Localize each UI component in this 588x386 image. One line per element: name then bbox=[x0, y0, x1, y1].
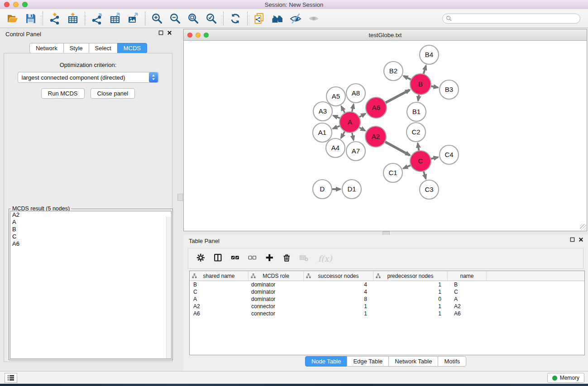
zoom-in-button[interactable] bbox=[148, 11, 166, 26]
graph-node-A1[interactable]: A1 bbox=[313, 123, 332, 142]
graph-node-B4[interactable]: B4 bbox=[420, 45, 439, 64]
column-header-predecessor-nodes[interactable]: predecessor nodes bbox=[373, 271, 448, 281]
cell-MCDS-role[interactable]: connector bbox=[249, 310, 304, 317]
cell-successor-nodes[interactable]: 8 bbox=[304, 296, 373, 302]
cell-predecessor-nodes[interactable]: 1 bbox=[373, 281, 448, 288]
vertical-split-divider[interactable] bbox=[177, 28, 183, 371]
cell-MCDS-role[interactable]: dominator bbox=[249, 289, 304, 295]
float-panel-icon[interactable] bbox=[158, 30, 163, 35]
export-table-button[interactable] bbox=[106, 11, 124, 26]
refresh-button[interactable] bbox=[226, 11, 244, 26]
table-settings-button[interactable] bbox=[196, 253, 207, 264]
graph-node-C3[interactable]: C3 bbox=[420, 180, 439, 199]
zoom-out-button[interactable] bbox=[166, 11, 184, 26]
graph-node-C[interactable]: C bbox=[410, 151, 431, 172]
save-session-button[interactable] bbox=[22, 11, 40, 26]
window-resize-grip[interactable] bbox=[580, 224, 586, 230]
graph-node-A3[interactable]: A3 bbox=[313, 102, 332, 121]
function-builder-button[interactable]: f(x) bbox=[316, 253, 334, 264]
home-button[interactable] bbox=[268, 11, 287, 26]
float-table-panel-icon[interactable] bbox=[570, 237, 575, 242]
column-header-shared-name[interactable]: shared name bbox=[190, 271, 249, 281]
graph-node-A7[interactable]: A7 bbox=[346, 142, 365, 161]
cell-predecessor-nodes[interactable]: 1 bbox=[373, 289, 448, 295]
graph-node-B1[interactable]: B1 bbox=[407, 102, 426, 121]
cell-name[interactable]: A6 bbox=[448, 310, 487, 317]
run-mcds-button[interactable]: Run MCDS bbox=[41, 88, 85, 99]
add-column-button[interactable] bbox=[264, 253, 276, 264]
delete-table-button[interactable] bbox=[299, 253, 311, 264]
table-row[interactable]: A2connector11A2 bbox=[190, 303, 584, 310]
cell-successor-nodes[interactable]: 4 bbox=[304, 289, 373, 295]
graph-node-D[interactable]: D bbox=[313, 180, 332, 199]
import-network-button[interactable] bbox=[46, 11, 64, 26]
copy-network-button[interactable] bbox=[250, 11, 268, 26]
select-all-rows-button[interactable] bbox=[230, 253, 242, 264]
column-header-name[interactable]: name bbox=[448, 271, 487, 281]
tab-motifs[interactable]: Motifs bbox=[438, 356, 466, 367]
cell-predecessor-nodes[interactable]: 1 bbox=[373, 310, 448, 317]
tab-network-table[interactable]: Network Table bbox=[388, 356, 438, 367]
tab-select[interactable]: Select bbox=[89, 43, 118, 53]
network-canvas[interactable]: B4B2BB3A8A5A6A3B1AA1C2A2A4A7C4CC1C3DD1 bbox=[184, 41, 586, 230]
tab-edge-table[interactable]: Edge Table bbox=[347, 356, 389, 367]
search-input[interactable] bbox=[454, 15, 580, 22]
cell-predecessor-nodes[interactable]: 1 bbox=[373, 303, 448, 310]
search-box[interactable] bbox=[442, 14, 580, 24]
graph-node-C2[interactable]: C2 bbox=[406, 123, 425, 142]
mcds-result-item[interactable]: C bbox=[10, 233, 171, 240]
close-panel-button[interactable]: Close panel bbox=[91, 88, 135, 99]
column-selector-button[interactable] bbox=[213, 253, 225, 264]
cell-shared-name[interactable]: A6 bbox=[190, 310, 249, 317]
table-row[interactable]: Adominator80A bbox=[190, 295, 584, 303]
cell-predecessor-nodes[interactable]: 0 bbox=[373, 296, 448, 302]
network-window-titlebar[interactable]: testGlobe.txt bbox=[184, 29, 587, 41]
delete-column-button[interactable] bbox=[282, 253, 293, 264]
cell-successor-nodes[interactable]: 1 bbox=[304, 310, 373, 317]
column-header-successor-nodes[interactable]: successor nodes bbox=[304, 271, 373, 281]
graph-node-A2[interactable]: A2 bbox=[365, 126, 386, 147]
tab-node-table[interactable]: Node Table bbox=[305, 356, 348, 367]
cell-shared-name[interactable]: A bbox=[190, 296, 249, 302]
export-network-button[interactable] bbox=[88, 11, 106, 26]
close-table-panel-icon[interactable] bbox=[578, 237, 583, 242]
deselect-all-rows-button[interactable] bbox=[247, 253, 259, 264]
cell-shared-name[interactable]: A2 bbox=[190, 303, 249, 310]
graph-node-D1[interactable]: D1 bbox=[342, 180, 361, 199]
import-table-button[interactable] bbox=[64, 11, 82, 26]
close-panel-icon[interactable] bbox=[167, 30, 172, 35]
graph-node-A[interactable]: A bbox=[339, 112, 360, 133]
graph-node-B3[interactable]: B3 bbox=[440, 80, 459, 99]
tab-mcds[interactable]: MCDS bbox=[117, 43, 147, 53]
result-list-scrollbar[interactable] bbox=[166, 217, 171, 358]
cell-name[interactable]: A2 bbox=[448, 303, 487, 310]
cell-MCDS-role[interactable]: connector bbox=[249, 303, 304, 310]
mcds-result-item[interactable]: A bbox=[10, 219, 171, 226]
graph-node-A8[interactable]: A8 bbox=[346, 84, 365, 103]
column-header-MCDS-role[interactable]: MCDS role bbox=[249, 271, 304, 281]
graph-node-B[interactable]: B bbox=[410, 74, 431, 95]
cell-name[interactable]: B bbox=[448, 281, 487, 288]
graph-node-C1[interactable]: C1 bbox=[383, 163, 402, 182]
cell-successor-nodes[interactable]: 4 bbox=[304, 281, 373, 288]
hide-graphics-details-button[interactable] bbox=[287, 11, 305, 26]
graph-node-A5[interactable]: A5 bbox=[326, 87, 345, 106]
cell-MCDS-role[interactable]: dominator bbox=[249, 281, 304, 288]
horizontal-split-divider[interactable] bbox=[183, 231, 588, 235]
zoom-selected-button[interactable] bbox=[202, 11, 220, 26]
tab-network[interactable]: Network bbox=[29, 43, 64, 53]
table-row[interactable]: A6connector11A6 bbox=[190, 310, 584, 317]
cell-name[interactable]: A bbox=[448, 296, 487, 302]
show-graphics-details-button[interactable] bbox=[305, 11, 323, 26]
cell-successor-nodes[interactable]: 1 bbox=[304, 303, 373, 310]
cell-name[interactable]: C bbox=[448, 289, 487, 295]
mcds-result-item[interactable]: A6 bbox=[10, 240, 171, 248]
graph-node-A6[interactable]: A6 bbox=[366, 97, 387, 118]
mcds-result-item[interactable]: A2 bbox=[10, 211, 171, 219]
cell-shared-name[interactable]: C bbox=[190, 289, 249, 295]
open-session-button[interactable] bbox=[4, 11, 22, 26]
export-image-button[interactable] bbox=[124, 11, 142, 26]
optimization-criterion-select[interactable]: largest connected component (directed) bbox=[18, 72, 159, 83]
graph-node-C4[interactable]: C4 bbox=[440, 145, 459, 164]
vertical-divider-handle[interactable] bbox=[177, 194, 183, 201]
